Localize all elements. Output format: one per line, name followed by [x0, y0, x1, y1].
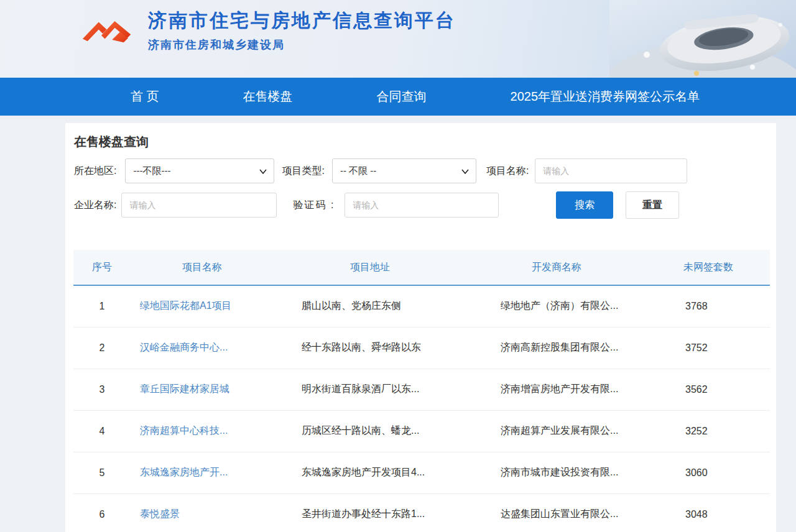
nav-item-coupon-list[interactable]: 2025年置业送消费券网签公示名单 — [511, 78, 700, 116]
captcha-input[interactable] — [345, 193, 499, 218]
captcha-label: 验证码 : — [293, 199, 335, 212]
row-unsigned-count: 3752 — [647, 327, 770, 369]
table-row: 6 泰悦盛景 圣井街道办事处经十东路1... 达盛集团山东置业有限公... 30… — [73, 493, 770, 532]
brand-block: 济南市住宅与房地产信息查询平台 济南市住房和城乡建设局 — [81, 9, 456, 52]
row-developer: 济南高新控股集团有限公... — [466, 327, 647, 369]
table-row: 2 汉峪金融商务中心... 经十东路以南、舜华路以东 济南高新控股集团有限公..… — [73, 327, 770, 369]
table-row: 5 东城逸家房地产开... 东城逸家房地产开发项目4... 济南市城市建设投资有… — [73, 452, 770, 493]
type-label: 项目类型: — [282, 165, 324, 178]
nav-item-home[interactable]: 首 页 — [131, 78, 159, 116]
search-button[interactable]: 搜索 — [556, 191, 613, 219]
region-label: 所在地区: — [74, 165, 116, 178]
row-developer: 济南超算产业发展有限公... — [466, 410, 647, 452]
results-table-header: 序号 项目名称 项目地址 开发商名称 未网签套数 — [73, 250, 770, 285]
type-select-value: -- 不限 -- — [340, 165, 376, 177]
row-developer: 绿地地产（济南）有限公... — [466, 285, 647, 327]
nav-item-onsale[interactable]: 在售楼盘 — [243, 78, 293, 116]
table-row: 3 章丘国际建材家居城 明水街道百脉泉酒厂以东... 济南增富房地产开发有限..… — [73, 369, 770, 410]
row-unsigned-count: 3768 — [647, 285, 770, 327]
project-link[interactable]: 东城逸家房地产开... — [140, 467, 228, 477]
col-header-developer: 开发商名称 — [466, 250, 647, 285]
site-subtitle: 济南市住房和城乡建设局 — [148, 37, 456, 52]
project-link[interactable]: 汉峪金融商务中心... — [140, 342, 228, 352]
project-name-input[interactable] — [535, 158, 687, 183]
region-select[interactable]: ---不限--- — [125, 158, 274, 183]
region-select-value: ---不限--- — [133, 165, 170, 177]
page-title: 在售楼盘查询 — [74, 133, 776, 150]
nav-item-contract-query[interactable]: 合同查询 — [377, 78, 427, 116]
row-unsigned-count: 3048 — [647, 493, 770, 532]
row-address: 经十东路以南、舜华路以东 — [274, 327, 466, 369]
main-nav: 首 页 在售楼盘 合同查询 2025年置业送消费券网签公示名单 — [0, 78, 796, 116]
row-address: 腊山以南、党杨庄东侧 — [274, 285, 466, 327]
row-unsigned-count: 3060 — [647, 452, 770, 493]
row-address: 明水街道百脉泉酒厂以东... — [274, 369, 466, 410]
row-unsigned-count: 3562 — [647, 369, 770, 410]
page-header: 济南市住宅与房地产信息查询平台 济南市住房和城乡建设局 — [0, 0, 796, 78]
row-developer: 济南市城市建设投资有限... — [466, 452, 647, 493]
row-seq: 2 — [73, 327, 131, 369]
col-header-unsigned-count: 未网签套数 — [647, 250, 770, 285]
col-header-address: 项目地址 — [274, 250, 466, 285]
company-name-label: 企业名称: — [74, 199, 116, 212]
project-link[interactable]: 泰悦盛景 — [140, 508, 180, 519]
table-row: 4 济南超算中心科技... 历城区经十路以南、蟠龙... 济南超算产业发展有限公… — [73, 410, 770, 452]
filter-row-2: 企业名称: 验证码 : 搜索 重置 — [74, 191, 776, 219]
project-name-label: 项目名称: — [486, 165, 529, 178]
results-table: 序号 项目名称 项目地址 开发商名称 未网签套数 1 绿地国际花都A1项目 腊山… — [73, 250, 770, 532]
reset-button[interactable]: 重置 — [626, 191, 679, 219]
content-panel: 在售楼盘查询 所在地区: ---不限--- 项目类型: -- 不限 -- 项目名… — [65, 123, 776, 532]
row-address: 东城逸家房地产开发项目4... — [274, 452, 466, 493]
row-seq: 6 — [73, 493, 131, 532]
project-link[interactable]: 绿地国际花都A1项目 — [140, 300, 232, 311]
row-address: 圣井街道办事处经十东路1... — [274, 493, 466, 532]
site-title: 济南市住宅与房地产信息查询平台 — [148, 9, 456, 32]
type-select[interactable]: -- 不限 -- — [332, 158, 476, 183]
chevron-down-icon — [461, 167, 470, 176]
row-seq: 5 — [73, 452, 131, 493]
row-seq: 1 — [73, 285, 131, 327]
col-header-project-name: 项目名称 — [131, 250, 274, 285]
project-link[interactable]: 济南超算中心科技... — [140, 425, 228, 436]
table-row: 1 绿地国际花都A1项目 腊山以南、党杨庄东侧 绿地地产（济南）有限公... 3… — [73, 285, 770, 327]
roof-logo-icon — [81, 12, 134, 48]
row-seq: 3 — [73, 369, 131, 410]
company-name-input[interactable] — [121, 193, 277, 218]
row-seq: 4 — [73, 410, 131, 452]
stadium-photo — [609, 0, 796, 78]
chevron-down-icon — [259, 167, 267, 176]
row-address: 历城区经十路以南、蟠龙... — [274, 410, 466, 452]
row-developer: 达盛集团山东置业有限公... — [466, 493, 647, 532]
col-header-seq: 序号 — [73, 250, 131, 285]
row-unsigned-count: 3252 — [647, 410, 770, 452]
filter-row-1: 所在地区: ---不限--- 项目类型: -- 不限 -- 项目名称: — [74, 158, 776, 183]
project-link[interactable]: 章丘国际建材家居城 — [140, 383, 229, 394]
row-developer: 济南增富房地产开发有限... — [466, 369, 647, 410]
brand-text: 济南市住宅与房地产信息查询平台 济南市住房和城乡建设局 — [148, 9, 456, 52]
